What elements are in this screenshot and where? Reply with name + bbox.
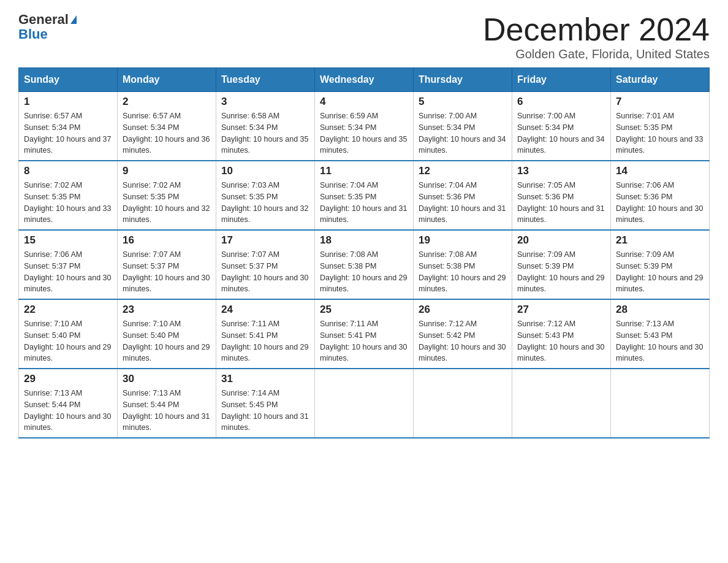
- day-info: Sunrise: 7:08 AMSunset: 5:38 PMDaylight:…: [320, 249, 408, 295]
- calendar-cell: 30Sunrise: 7:13 AMSunset: 5:44 PMDayligh…: [118, 369, 216, 438]
- day-number: 27: [517, 304, 605, 316]
- calendar-header-row: SundayMondayTuesdayWednesdayThursdayFrid…: [19, 68, 710, 92]
- day-number: 18: [320, 234, 408, 247]
- day-info: Sunrise: 6:57 AMSunset: 5:34 PMDaylight:…: [123, 110, 211, 156]
- day-info: Sunrise: 7:11 AMSunset: 5:41 PMDaylight:…: [221, 318, 309, 364]
- day-number: 10: [221, 165, 309, 177]
- day-info: Sunrise: 7:13 AMSunset: 5:44 PMDaylight:…: [24, 388, 112, 434]
- day-number: 25: [320, 304, 408, 316]
- day-info: Sunrise: 7:06 AMSunset: 5:37 PMDaylight:…: [24, 249, 112, 295]
- calendar-cell: 24Sunrise: 7:11 AMSunset: 5:41 PMDayligh…: [216, 299, 315, 369]
- day-number: 12: [419, 165, 507, 177]
- calendar-cell: 3Sunrise: 6:58 AMSunset: 5:34 PMDaylight…: [216, 92, 315, 161]
- calendar-cell: 12Sunrise: 7:04 AMSunset: 5:36 PMDayligh…: [414, 161, 512, 230]
- calendar-cell: 19Sunrise: 7:08 AMSunset: 5:38 PMDayligh…: [414, 230, 512, 299]
- calendar-cell: 13Sunrise: 7:05 AMSunset: 5:36 PMDayligh…: [512, 161, 611, 230]
- day-info: Sunrise: 7:00 AMSunset: 5:34 PMDaylight:…: [517, 110, 605, 156]
- day-number: 26: [419, 304, 507, 316]
- month-title: December 2024: [483, 12, 710, 47]
- day-number: 15: [24, 234, 112, 247]
- calendar-header-friday: Friday: [512, 68, 611, 92]
- day-number: 20: [517, 234, 605, 247]
- calendar-cell: 8Sunrise: 7:02 AMSunset: 5:35 PMDaylight…: [19, 161, 118, 230]
- calendar-week-row: 8Sunrise: 7:02 AMSunset: 5:35 PMDaylight…: [19, 161, 710, 230]
- calendar-cell: 11Sunrise: 7:04 AMSunset: 5:35 PMDayligh…: [315, 161, 414, 230]
- day-number: 24: [221, 304, 309, 316]
- day-number: 29: [24, 373, 112, 385]
- day-info: Sunrise: 7:03 AMSunset: 5:35 PMDaylight:…: [221, 180, 309, 226]
- logo-blue-text: Blue: [18, 27, 48, 42]
- calendar-header-monday: Monday: [118, 68, 216, 92]
- day-number: 4: [320, 96, 408, 108]
- location-title: Golden Gate, Florida, United States: [483, 47, 710, 61]
- calendar-cell: 21Sunrise: 7:09 AMSunset: 5:39 PMDayligh…: [611, 230, 710, 299]
- calendar-cell: 18Sunrise: 7:08 AMSunset: 5:38 PMDayligh…: [315, 230, 414, 299]
- calendar-cell: 28Sunrise: 7:13 AMSunset: 5:43 PMDayligh…: [611, 299, 710, 369]
- calendar-header-saturday: Saturday: [611, 68, 710, 92]
- day-info: Sunrise: 7:04 AMSunset: 5:36 PMDaylight:…: [419, 180, 507, 226]
- calendar-week-row: 29Sunrise: 7:13 AMSunset: 5:44 PMDayligh…: [19, 369, 710, 438]
- day-info: Sunrise: 7:14 AMSunset: 5:45 PMDaylight:…: [221, 388, 309, 434]
- logo-triangle-icon: [70, 15, 77, 24]
- day-number: 9: [123, 165, 211, 177]
- day-info: Sunrise: 7:12 AMSunset: 5:43 PMDaylight:…: [517, 318, 605, 364]
- day-number: 23: [123, 304, 211, 316]
- calendar-cell: [611, 369, 710, 438]
- day-number: 5: [419, 96, 507, 108]
- day-number: 14: [616, 165, 704, 177]
- calendar-cell: 27Sunrise: 7:12 AMSunset: 5:43 PMDayligh…: [512, 299, 611, 369]
- day-number: 21: [616, 234, 704, 247]
- calendar-header-thursday: Thursday: [414, 68, 512, 92]
- day-info: Sunrise: 7:01 AMSunset: 5:35 PMDaylight:…: [616, 110, 704, 156]
- calendar-header-sunday: Sunday: [19, 68, 118, 92]
- calendar-cell: [315, 369, 414, 438]
- calendar-cell: 1Sunrise: 6:57 AMSunset: 5:34 PMDaylight…: [19, 92, 118, 161]
- day-info: Sunrise: 7:05 AMSunset: 5:36 PMDaylight:…: [517, 180, 605, 226]
- calendar-cell: 9Sunrise: 7:02 AMSunset: 5:35 PMDaylight…: [118, 161, 216, 230]
- day-info: Sunrise: 7:06 AMSunset: 5:36 PMDaylight:…: [616, 180, 704, 226]
- day-number: 7: [616, 96, 704, 108]
- day-info: Sunrise: 7:12 AMSunset: 5:42 PMDaylight:…: [419, 318, 507, 364]
- page-header: General Blue December 2024 Golden Gate, …: [18, 12, 710, 61]
- day-info: Sunrise: 7:04 AMSunset: 5:35 PMDaylight:…: [320, 180, 408, 226]
- day-number: 19: [419, 234, 507, 247]
- day-number: 17: [221, 234, 309, 247]
- calendar-cell: 2Sunrise: 6:57 AMSunset: 5:34 PMDaylight…: [118, 92, 216, 161]
- calendar-cell: 23Sunrise: 7:10 AMSunset: 5:40 PMDayligh…: [118, 299, 216, 369]
- day-number: 28: [616, 304, 704, 316]
- day-number: 1: [24, 96, 112, 108]
- day-info: Sunrise: 7:07 AMSunset: 5:37 PMDaylight:…: [123, 249, 211, 295]
- day-info: Sunrise: 7:08 AMSunset: 5:38 PMDaylight:…: [419, 249, 507, 295]
- title-section: December 2024 Golden Gate, Florida, Unit…: [483, 12, 710, 61]
- calendar-cell: 14Sunrise: 7:06 AMSunset: 5:36 PMDayligh…: [611, 161, 710, 230]
- calendar-cell: 25Sunrise: 7:11 AMSunset: 5:41 PMDayligh…: [315, 299, 414, 369]
- day-number: 11: [320, 165, 408, 177]
- calendar-week-row: 22Sunrise: 7:10 AMSunset: 5:40 PMDayligh…: [19, 299, 710, 369]
- calendar-header-tuesday: Tuesday: [216, 68, 315, 92]
- calendar-cell: [414, 369, 512, 438]
- calendar-cell: 31Sunrise: 7:14 AMSunset: 5:45 PMDayligh…: [216, 369, 315, 438]
- day-info: Sunrise: 7:11 AMSunset: 5:41 PMDaylight:…: [320, 318, 408, 364]
- day-info: Sunrise: 7:13 AMSunset: 5:43 PMDaylight:…: [616, 318, 704, 364]
- calendar-cell: 17Sunrise: 7:07 AMSunset: 5:37 PMDayligh…: [216, 230, 315, 299]
- day-number: 6: [517, 96, 605, 108]
- logo: General Blue: [18, 12, 77, 42]
- logo-general-text: General: [18, 12, 69, 27]
- calendar-cell: 26Sunrise: 7:12 AMSunset: 5:42 PMDayligh…: [414, 299, 512, 369]
- day-info: Sunrise: 7:02 AMSunset: 5:35 PMDaylight:…: [24, 180, 112, 226]
- day-number: 13: [517, 165, 605, 177]
- calendar-cell: 4Sunrise: 6:59 AMSunset: 5:34 PMDaylight…: [315, 92, 414, 161]
- day-info: Sunrise: 7:09 AMSunset: 5:39 PMDaylight:…: [616, 249, 704, 295]
- day-number: 3: [221, 96, 309, 108]
- day-info: Sunrise: 7:10 AMSunset: 5:40 PMDaylight:…: [123, 318, 211, 364]
- day-number: 16: [123, 234, 211, 247]
- day-info: Sunrise: 7:13 AMSunset: 5:44 PMDaylight:…: [123, 388, 211, 434]
- calendar-cell: 15Sunrise: 7:06 AMSunset: 5:37 PMDayligh…: [19, 230, 118, 299]
- day-info: Sunrise: 6:57 AMSunset: 5:34 PMDaylight:…: [24, 110, 112, 156]
- day-number: 31: [221, 373, 309, 385]
- calendar-cell: 7Sunrise: 7:01 AMSunset: 5:35 PMDaylight…: [611, 92, 710, 161]
- day-info: Sunrise: 6:59 AMSunset: 5:34 PMDaylight:…: [320, 110, 408, 156]
- day-number: 30: [123, 373, 211, 385]
- day-info: Sunrise: 7:00 AMSunset: 5:34 PMDaylight:…: [419, 110, 507, 156]
- calendar-cell: 29Sunrise: 7:13 AMSunset: 5:44 PMDayligh…: [19, 369, 118, 438]
